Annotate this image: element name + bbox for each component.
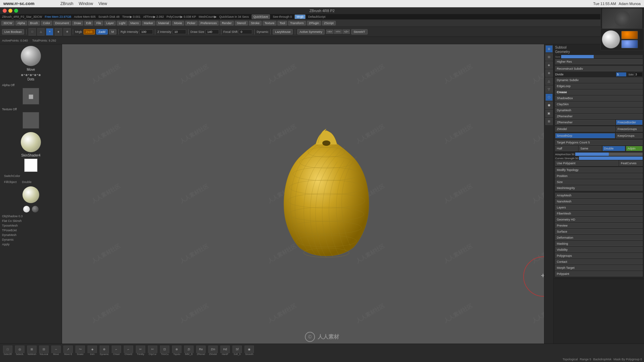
brush-menu[interactable]: Brush [28,21,40,25]
size-btn[interactable]: Size [555,179,643,185]
alpha-menu[interactable]: Alpha [15,21,27,25]
dynamic-subdiv-btn[interactable]: Dynamic Subdiv [555,77,643,83]
view-menu[interactable]: View [98,1,107,6]
color-menu[interactable]: Color [41,21,52,25]
bt-move-e[interactable]: ↗ Move E [62,345,74,356]
bt-topolo[interactable]: ⊗ Topolo [171,345,182,356]
same-btn[interactable]: Same [579,146,601,151]
draw-size-value[interactable]: 140 [206,29,219,34]
fiber-mesh-btn[interactable]: FiberMesh [555,211,643,216]
target-poly-btn[interactable]: Target Polygons Count 5 [555,140,643,145]
draw-poly-btn[interactable]: △ [37,28,45,36]
dynamesh-btn[interactable]: DynaMesh [555,108,643,113]
contact-btn[interactable]: Contact [555,259,643,264]
edit-menu[interactable]: Edit [84,21,94,25]
higher-res-btn[interactable]: Higher Res [555,59,643,64]
surface-btn[interactable]: Surface [555,229,643,234]
bt-soft-s[interactable]: Sf Soft_S [231,345,243,356]
focal-shift-value[interactable]: 0 [239,29,252,34]
z-intensity-value[interactable]: 10 [173,29,186,34]
document-menu[interactable]: Document [53,21,71,25]
shadowbox-btn[interactable]: ShadowBox [555,96,643,101]
active-symmetry-btn[interactable]: Active Symmetry [297,29,325,35]
fullscreen-btn[interactable] [14,9,18,13]
right-icon-8[interactable]: ⬟ [545,102,553,109]
tool-menu[interactable]: Tool [277,21,287,25]
preview-btn[interactable]: Preview [555,223,643,228]
polypaints-sphere[interactable] [602,30,620,49]
main-canvas[interactable]: 人人素材社区 人人素材社区 人人素材社区 人人素材社区 人人素材社区 人人素材社… [62,44,590,344]
nano-mesh-btn[interactable]: NanoMesh [555,199,643,204]
color-swatch[interactable] [24,159,38,172]
preferences-menu[interactable]: Preferences [199,21,219,25]
sym-x-btn[interactable]: >X< [326,29,334,34]
material-ball2[interactable] [22,186,39,203]
array-mesh-btn[interactable]: ArrayMesh [555,193,643,198]
alpha-preview[interactable]: ◼ [22,88,39,105]
draw-mode-btn[interactable]: □ [29,28,36,36]
marker-menu[interactable]: Marker [142,21,155,25]
geometry-hd-btn[interactable]: Geometry HD [555,217,643,222]
texture-menu[interactable]: Texture [263,21,277,25]
live-boolean-btn[interactable]: Live Boolean [2,29,24,35]
divide-input[interactable] [616,72,626,76]
bt-move[interactable]: ↔ Move [50,345,62,356]
tpose-bjet-btn[interactable]: TPoseBJet [0,228,62,233]
render-menu[interactable]: Render [220,21,234,25]
minimize-btn[interactable] [8,9,12,13]
bt-zremel[interactable]: Re ZRemel [195,345,207,356]
feat-curves-btn[interactable]: FeatCurves [619,161,643,166]
zmodel-btn[interactable]: ZModel [555,126,615,132]
zbrush-menu[interactable]: ZBrush [60,1,73,6]
masking-btn[interactable]: Masking [555,241,643,246]
bt-zmodel[interactable]: Zm ZModel [207,345,219,356]
polypaint-btn[interactable]: Polypaint [555,271,643,277]
edgeloop-btn[interactable]: EdgeLoop [555,83,643,89]
morph-target-btn[interactable]: Morph Target [555,265,643,270]
zremesher-main-btn[interactable]: ZRemesher [555,114,643,119]
bt-chisel2[interactable]: ⌐ Chisel2 [123,345,134,356]
modify-topology-btn[interactable]: Modify Topology [555,167,643,173]
bt-ns-mesh[interactable]: ⊞ NsMesh [26,345,38,356]
tpose-mesh-btn[interactable]: TposeMesh [0,223,62,228]
transform-menu[interactable]: Transform [288,21,306,25]
inflate-btn[interactable]: ⊕ [63,28,71,36]
right-icon-1[interactable]: ⊞ [545,45,553,53]
position-btn[interactable]: Position [555,173,643,179]
right-icon-3[interactable]: ◈ [545,61,553,69]
double-btn[interactable]: Double [602,146,625,151]
material-menu[interactable]: Material [156,21,171,25]
layer-menu[interactable]: Layer [104,21,116,25]
smooth-btn[interactable]: ◈ [55,28,62,36]
white-ball[interactable] [23,206,30,213]
right-icon-2[interactable]: ⊟ [545,53,553,61]
bt-ns-local[interactable]: ⊟ NsLocal [38,345,50,356]
right-icon-10[interactable]: ⊞ [545,118,553,125]
m-btn[interactable]: M [109,29,116,35]
sym-y-btn[interactable]: >Y< [334,29,342,34]
visibility-btn[interactable]: Visibility [555,247,643,252]
deformation-btn[interactable]: Deformation [555,235,643,240]
bt-smooth[interactable]: ◉ Smooth [244,345,255,356]
use-polypaint-btn[interactable]: Use Polypaint [555,161,619,166]
half-btn[interactable]: Half [555,146,578,151]
freeze-border-btn[interactable]: FreezeBorder [616,120,643,125]
bt-trim-cu[interactable]: ⊡ TrimCu [159,345,170,356]
adaptive-slider[interactable] [575,153,643,156]
bt-imm[interactable]: ◈ Imm [87,345,98,356]
layers-btn[interactable]: Layers [555,205,643,210]
store-mt-btn[interactable]: StoreMT [351,29,368,35]
bt-imm-zi[interactable]: Zi IMM_Zi [183,345,195,356]
bt-clip-cur[interactable]: ✄ ClipCur [147,345,158,356]
size-slider[interactable] [561,55,643,58]
bt-chisel[interactable]: ⌐ Chisel [111,345,122,356]
bt-select-lasso[interactable]: ◎ SelectL [14,345,25,356]
material-ball[interactable] [21,132,41,152]
apply-label[interactable]: Apply [0,242,62,247]
switch-color-btn[interactable]: SwitchColor [2,174,22,178]
bt-select-rect[interactable]: □ SelectR [2,345,13,356]
sdiv-input[interactable] [634,72,643,77]
stencil-menu[interactable]: Stencil [235,21,248,25]
quicksave-btn[interactable]: QuickSave [252,14,270,19]
right-icon-4[interactable]: ⊕ [545,69,553,77]
